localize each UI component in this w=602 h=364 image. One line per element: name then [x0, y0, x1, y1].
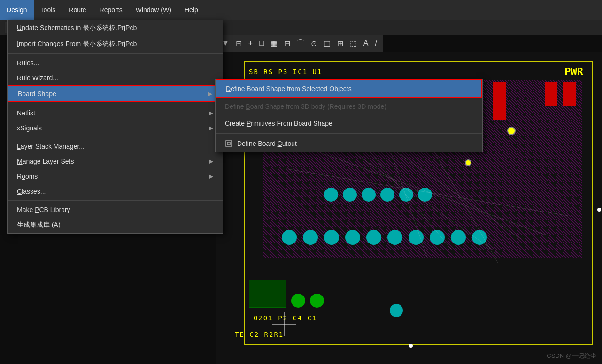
cyan-1	[324, 188, 338, 202]
cutout-icon	[225, 140, 232, 147]
cyan-small-1	[390, 304, 403, 317]
green-circle-1	[291, 294, 305, 308]
svg-rect-8	[227, 142, 230, 145]
cyan-b5	[366, 230, 381, 245]
menu-item-make-pcb-lib[interactable]: Make PCB Library	[8, 202, 223, 217]
resize-icon[interactable]: ⊞	[335, 38, 345, 49]
menubar-item-tools[interactable]: Tools	[34, 0, 62, 20]
menu-item-rule-wizard[interactable]: Rule Wizard...	[8, 70, 223, 85]
green-comp-1	[249, 280, 286, 308]
rect-icon[interactable]: □	[257, 38, 266, 48]
separator-2	[8, 104, 223, 104]
pcb-pwr-label: PWR	[564, 66, 583, 77]
menubar: Design Tools Route Reports Window (W) He…	[0, 0, 602, 20]
route-icon[interactable]: ⌒	[295, 38, 306, 49]
toolbar: ▼ ⊞ + □ ▦ ⊟ ⌒ ⊙ ◫ ⊞ ⬚ A /	[216, 35, 383, 52]
submenu-item-define-cutout[interactable]: Define Board Cutout	[216, 135, 482, 152]
cyan-b2	[303, 230, 318, 245]
cyan-4	[380, 188, 394, 202]
edge-marker-bottom	[409, 344, 413, 348]
text-icon[interactable]: A	[362, 38, 370, 48]
menu-item-rooms[interactable]: Rooms ▶	[8, 169, 223, 184]
cyan-b7	[409, 230, 424, 245]
menubar-item-route[interactable]: Route	[62, 0, 93, 20]
board-shape-submenu: Define Board Shape from Selected Objects…	[215, 79, 483, 152]
cyan-b8	[430, 230, 445, 245]
pen-icon[interactable]: /	[373, 38, 379, 48]
chart-icon[interactable]: ▦	[269, 38, 279, 49]
edge-marker-right	[597, 208, 601, 212]
yellow-dot-1	[507, 127, 516, 135]
menubar-item-design[interactable]: Design	[0, 0, 34, 20]
menu-item-board-shape[interactable]: Board Shape ▶	[8, 85, 223, 102]
yellow-dot-2	[465, 159, 471, 166]
red-comp-6	[545, 82, 557, 106]
submenu-separator-1	[216, 133, 482, 134]
cyan-2	[343, 188, 357, 202]
add-icon[interactable]: +	[247, 38, 255, 48]
cyan-6	[418, 188, 432, 202]
menu-item-rules[interactable]: Rules...	[8, 55, 223, 70]
menu-item-classes[interactable]: Classes...	[8, 184, 223, 199]
red-comp-5	[493, 82, 506, 120]
crosshair	[272, 312, 296, 336]
cyan-b6	[387, 230, 402, 245]
menubar-item-reports[interactable]: Reports	[93, 0, 129, 20]
submenu-item-define-from-selected[interactable]: Define Board Shape from Selected Objects	[216, 79, 482, 98]
select-icon[interactable]: ◫	[322, 38, 332, 49]
cyan-b9	[451, 230, 466, 245]
green-circle-2	[310, 294, 324, 308]
menu-item-xsignals[interactable]: xSignals ▶	[8, 121, 223, 136]
circle-icon[interactable]: ⊙	[309, 38, 319, 49]
menu-item-import-changes[interactable]: Import Changes From 最小系统板.PrjPcb	[8, 36, 223, 52]
menubar-item-help[interactable]: Help	[178, 0, 205, 20]
cyan-b3	[324, 230, 339, 245]
watermark: CSDN @一记绝尘	[547, 352, 596, 360]
cyan-b1	[282, 230, 297, 245]
menu-item-layer-stack[interactable]: Layer Stack Manager...	[8, 139, 223, 154]
separator-4	[8, 200, 223, 201]
separator-3	[8, 137, 223, 137]
pcb-top-labels: SB RS P3 IC1 U1	[249, 68, 322, 76]
separator-1	[8, 53, 223, 54]
menubar-item-window[interactable]: Window (W)	[129, 0, 178, 20]
cyan-b4	[345, 230, 360, 245]
zoom-icon[interactable]: ⬚	[348, 38, 359, 49]
menu-item-netlist[interactable]: Netlist ▶	[8, 106, 223, 121]
toggle-icon[interactable]: ⊞	[234, 38, 244, 49]
design-dropdown-menu: Update Schematics in 最小系统板.PrjPcb Import…	[7, 20, 223, 234]
submenu-item-create-primitives[interactable]: Create Primitives From Board Shape	[216, 115, 482, 132]
cyan-3	[362, 188, 376, 202]
menu-item-update-schematics[interactable]: Update Schematics in 最小系统板.PrjPcb	[8, 20, 223, 36]
red-comp-7	[563, 82, 576, 106]
submenu-item-define-from-3d: Define Board Shape from 3D body (Require…	[216, 98, 482, 115]
cyan-5	[399, 188, 413, 202]
grid-icon[interactable]: ⊟	[282, 38, 292, 49]
cyan-b10	[472, 230, 487, 245]
menu-item-generate-integrated[interactable]: 生成集成库 (A)	[8, 217, 223, 233]
menu-item-manage-layer-sets[interactable]: Manage Layer Sets ▶	[8, 154, 223, 169]
